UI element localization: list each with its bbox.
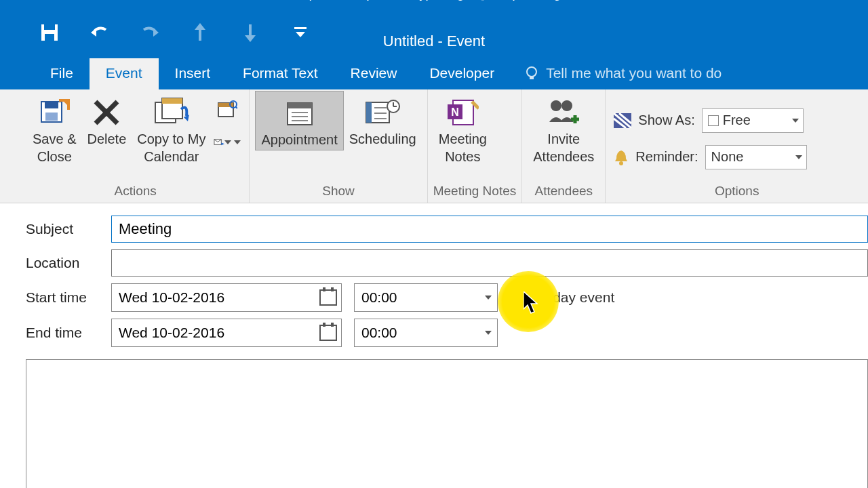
chevron-down-icon — [792, 119, 799, 123]
group-label-actions: Actions — [27, 181, 243, 203]
checkbox-icon — [513, 291, 526, 304]
group-actions: Save & Close Delete Copy to My Calendar — [22, 89, 250, 203]
attendees-icon — [547, 95, 580, 130]
svg-rect-3 — [45, 34, 54, 41]
tab-insert[interactable]: Insert — [159, 58, 227, 89]
start-time-label: Start time — [26, 289, 111, 306]
subject-label: Subject — [26, 221, 111, 237]
group-show: Appointment Scheduling Show — [250, 89, 427, 203]
title-bar: Untitled - Event — [0, 9, 868, 56]
calendar-icon — [319, 289, 337, 306]
tab-format-text[interactable]: Format Text — [226, 58, 334, 89]
window-title: Untitled - Event — [383, 33, 485, 50]
reminder-icon — [614, 149, 629, 165]
ribbon: Save & Close Delete Copy to My Calendar — [0, 89, 868, 203]
event-body-textarea[interactable] — [26, 359, 868, 488]
scheduling-button[interactable]: Scheduling — [344, 91, 422, 149]
customize-qat-icon[interactable] — [288, 20, 313, 45]
end-time-picker[interactable]: 00:00 — [354, 319, 498, 347]
save-close-icon — [39, 95, 70, 130]
group-label-options: Options — [611, 181, 863, 203]
end-date-picker[interactable]: Wed 10-02-2016 — [111, 319, 342, 347]
redo-icon[interactable] — [138, 20, 162, 45]
svg-point-56 — [619, 161, 623, 165]
svg-text:N: N — [452, 106, 460, 118]
tab-developer[interactable]: Developer — [413, 58, 511, 89]
all-day-checkbox[interactable]: All day event — [513, 289, 614, 306]
svg-marker-4 — [91, 28, 96, 37]
save-icon[interactable] — [37, 20, 62, 45]
svg-rect-16 — [45, 113, 58, 121]
event-form: Subject Location Start time Wed 10-02-20… — [0, 203, 868, 488]
svg-point-47 — [551, 100, 561, 111]
tab-event[interactable]: Event — [90, 58, 159, 89]
group-label-meeting-notes: Meeting Notes — [433, 181, 517, 203]
forward-small-icon[interactable] — [214, 129, 241, 156]
group-meeting-notes: N Meeting Notes Meeting Notes — [428, 89, 523, 203]
scheduling-icon — [365, 95, 400, 130]
chevron-down-icon — [795, 155, 802, 159]
onenote-icon: N — [446, 95, 479, 130]
undo-icon[interactable] — [87, 20, 112, 45]
svg-rect-10 — [294, 27, 307, 29]
reminder-label: Reminder: — [635, 149, 698, 165]
svg-marker-7 — [195, 23, 205, 30]
svg-point-48 — [561, 100, 572, 111]
svg-rect-15 — [45, 102, 58, 108]
app-title-top: Calendar (This computer only) - sagar@so… — [0, 0, 868, 9]
previous-item-icon[interactable] — [188, 20, 212, 45]
calendar-icon — [319, 325, 337, 341]
copy-calendar-icon — [154, 95, 189, 130]
svg-rect-13 — [530, 77, 534, 79]
svg-marker-9 — [245, 35, 256, 42]
chevron-down-icon — [485, 331, 492, 335]
delete-icon — [92, 95, 121, 130]
delete-button[interactable]: Delete — [81, 91, 132, 149]
subject-input[interactable] — [111, 216, 868, 243]
ribbon-tabs: File Event Insert Format Text Review Dev… — [0, 56, 868, 89]
group-attendees: Invite Attendees Attendees — [522, 89, 606, 203]
show-as-combo[interactable]: Free — [702, 108, 804, 133]
group-label-attendees: Attendees — [528, 181, 599, 203]
svg-marker-5 — [153, 28, 159, 37]
copy-to-calendar-button[interactable]: Copy to My Calendar — [132, 91, 211, 167]
save-and-close-button[interactable]: Save & Close — [27, 91, 81, 167]
location-input[interactable] — [111, 249, 868, 277]
svg-line-27 — [235, 106, 237, 108]
group-options: Show As: Free Reminder: None Options — [606, 89, 868, 203]
svg-rect-31 — [288, 103, 312, 108]
appointment-button[interactable]: Appointment — [255, 91, 343, 150]
tab-file[interactable]: File — [34, 58, 90, 89]
start-time-picker[interactable]: 00:00 — [354, 283, 498, 312]
next-item-icon[interactable] — [238, 20, 262, 45]
reminder-combo[interactable]: None — [705, 145, 807, 169]
meeting-notes-button[interactable]: N Meeting Notes — [433, 91, 492, 167]
svg-rect-22 — [162, 98, 182, 104]
calendar-small-icon[interactable] — [214, 96, 241, 123]
end-time-label: End time — [26, 325, 111, 341]
quick-access-toolbar — [0, 20, 313, 45]
invite-attendees-button[interactable]: Invite Attendees — [528, 91, 599, 167]
svg-rect-36 — [366, 102, 372, 123]
lightbulb-icon — [524, 66, 539, 81]
show-as-icon — [614, 113, 631, 128]
svg-point-12 — [527, 67, 536, 77]
svg-marker-11 — [296, 32, 305, 37]
tell-me-search[interactable]: Tell me what you want to do — [511, 58, 735, 89]
start-date-picker[interactable]: Wed 10-02-2016 — [111, 283, 342, 312]
svg-rect-2 — [44, 24, 55, 30]
location-label: Location — [26, 255, 111, 271]
show-as-label: Show As: — [638, 113, 694, 128]
appointment-icon — [285, 96, 315, 131]
tab-review[interactable]: Review — [334, 58, 414, 89]
group-label-show: Show — [255, 181, 421, 203]
chevron-down-icon — [485, 296, 492, 300]
